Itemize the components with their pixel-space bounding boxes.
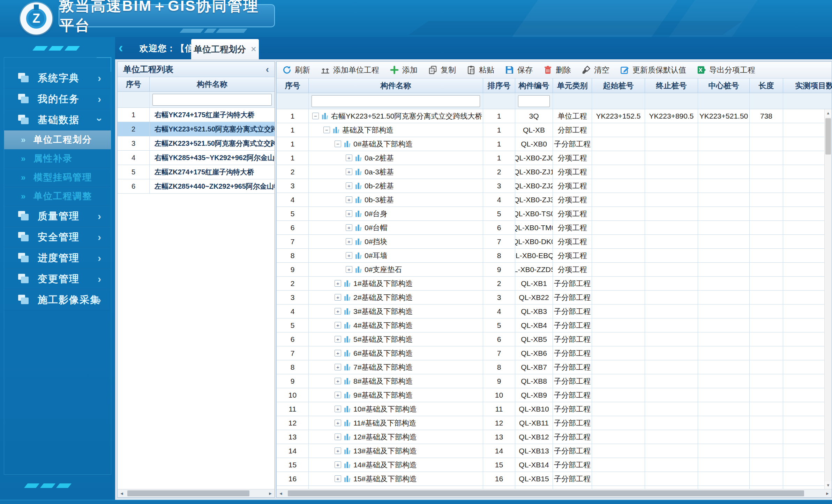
list-item[interactable]: 1右幅YK274+175红崖子沟特大桥 [118,108,275,122]
tree-collapse-icon[interactable]: − [312,113,319,119]
table-row[interactable]: 4+0b-3桩基4QL-XB0-ZJ3分项工程 [277,193,832,207]
table-row[interactable]: 1+0a-2桩基1QL-XB0-ZJ0分项工程 [277,151,832,165]
delete-button[interactable]: 删除 [543,65,571,75]
tree-expand-icon[interactable]: + [346,266,352,273]
tree-expand-icon[interactable]: + [335,308,341,315]
tab-close-icon[interactable]: × [251,44,256,55]
copy-button[interactable]: 复制 [428,65,456,75]
update-quality-default-button[interactable]: 更新质保默认值 [620,65,686,75]
scrollbar-thumb[interactable] [288,490,804,496]
list-item[interactable]: 2右幅YK223+521.50阿克塞分离式立交跨线大桥 [118,122,275,136]
table-row[interactable]: 17+16#基础及下部构造17QL-XB16子分部工程 [277,486,832,489]
tree-expand-icon[interactable]: + [335,434,341,440]
tree-expand-icon[interactable]: + [346,224,352,231]
table-row[interactable]: 3+0b-2桩基3QL-XB0-ZJ2分项工程 [277,179,832,193]
sidebar-item-unit-project-division[interactable]: » 单位工程划分 [4,130,111,149]
table-row[interactable]: 5+4#基础及下部构造5QL-XB4子分部工程 [277,318,832,332]
table-row[interactable]: 6+0#台帽6QL-XB0-TM0分项工程 [277,221,832,235]
tree-expand-icon[interactable]: + [346,196,352,203]
tree-expand-icon[interactable]: + [346,238,352,245]
scroll-right-icon[interactable]: ► [266,489,275,497]
table-row[interactable]: 7+6#基础及下部构造7QL-XB6子分部工程 [277,346,832,360]
tab-unit-project-division[interactable]: 单位工程划分 × [191,39,259,59]
tree-collapse-icon[interactable]: − [335,141,341,147]
tree-expand-icon[interactable]: + [346,155,352,161]
add-button[interactable]: 添加 [390,65,418,75]
tree-expand-icon[interactable]: + [346,182,352,189]
clear-button[interactable]: 清空 [582,65,609,75]
tree-expand-icon[interactable]: + [335,475,341,482]
list-item[interactable]: 5左幅ZK274+175红崖子沟特大桥 [118,165,275,179]
sidebar-item-model-code-management[interactable]: » 模型挂码管理 [4,168,111,187]
tree-expand-icon[interactable]: + [335,294,341,301]
table-row[interactable]: 8+7#基础及下部构造8QL-XB7子分部工程 [277,360,832,374]
sidebar-item-basic-data[interactable]: 基础数据 › [4,110,111,130]
table-row[interactable]: 10+9#基础及下部构造10QL-XB9子分部工程 [277,388,832,402]
tree-expand-icon[interactable]: + [335,378,341,384]
table-row[interactable]: 9+0#支座垫石9QL-XB0-ZZDS0分项工程 [277,263,832,277]
scroll-left-icon[interactable]: ◄ [277,489,285,497]
tree-collapse-icon[interactable]: − [323,127,330,133]
table-row[interactable]: 15+14#基础及下部构造15QL-XB14子分部工程 [277,458,832,472]
list-item[interactable]: 6左幅ZK285+440~ZK292+965阿尔金山特长隧道 [118,179,275,194]
scrollbar-thumb[interactable] [825,118,831,155]
tabs-back-icon[interactable]: ‹ [119,40,123,55]
tree-expand-icon[interactable]: + [346,210,352,217]
export-subitem-project-button[interactable]: 导出分项工程 [697,65,755,75]
component-bars-icon [344,461,351,469]
sidebar-item-change-management[interactable]: 变更管理 › [4,269,111,289]
sidebar-item-system-dictionary[interactable]: 系统字典 › [4,68,111,89]
tree-expand-icon[interactable]: + [335,461,341,468]
sidebar-item-quality-management[interactable]: 质量管理 › [4,206,111,227]
sidebar-item-safety-management[interactable]: 安全管理 › [4,227,111,248]
table-row[interactable]: 2+1#基础及下部构造2QL-XB1子分部工程 [277,277,832,291]
tree-expand-icon[interactable]: + [346,252,352,259]
table-row[interactable]: 4+3#基础及下部构造4QL-XB3子分部工程 [277,304,832,318]
scrollbar-thumb[interactable] [127,490,249,496]
table-row[interactable]: 11+10#基础及下部构造11QL-XB10子分部工程 [277,402,832,416]
table-row[interactable]: 14+13#基础及下部构造14QL-XB13子分部工程 [277,444,832,458]
tree-expand-icon[interactable]: + [335,420,341,426]
tree-expand-icon[interactable]: + [335,350,341,356]
table-row[interactable]: 1−右幅YK223+521.50阿克塞分离式立交跨线大桥13Q单位工程YK223… [277,109,832,123]
left-name-filter-input[interactable] [152,94,272,106]
table-row[interactable]: 1−基础及下部构造1QL-XB分部工程 [277,123,832,137]
tree-expand-icon[interactable]: + [335,364,341,370]
table-row[interactable]: 5+0#台身5QL-XB0-TS0分项工程 [277,207,832,221]
tree-expand-icon[interactable]: + [335,322,341,329]
sidebar-item-construction-image-collection[interactable]: 施工影像采集 › [4,289,111,310]
table-row[interactable]: 1−0#基础及下部构造1QL-XB0子分部工程 [277,137,832,151]
table-row[interactable]: 6+5#基础及下部构造6QL-XB5子分部工程 [277,332,832,346]
panel-collapse-icon[interactable]: ‹ [266,64,269,75]
sidebar-item-unit-project-adjustment[interactable]: » 单位工程调整 [4,187,111,206]
name-filter-input[interactable] [312,95,480,107]
code-filter-input[interactable] [518,95,550,107]
add-unit-project-button[interactable]: 添加单位工程 [321,65,379,75]
refresh-button[interactable]: 刷新 [282,65,310,75]
tree-expand-icon[interactable]: + [335,336,341,343]
paste-button[interactable]: 粘贴 [466,65,494,75]
table-row[interactable]: 2+0a-3桩基2QL-XB0-ZJ1分项工程 [277,165,832,179]
tree-expand-icon[interactable]: + [335,406,341,412]
table-row[interactable]: 13+12#基础及下部构造13QL-XB12子分部工程 [277,430,832,444]
tree-expand-icon[interactable]: + [335,392,341,398]
tree-expand-icon[interactable]: + [335,280,341,287]
table-row[interactable]: 12+11#基础及下部构造12QL-XB11子分部工程 [277,416,832,430]
list-item[interactable]: 4右幅YK285+435~YK292+962阿尔金山特长隧道 [118,151,275,165]
table-row[interactable]: 9+8#基础及下部构造9QL-XB8子分部工程 [277,374,832,388]
tree-expand-icon[interactable]: + [335,447,341,454]
scroll-down-icon[interactable]: ▼ [825,481,832,489]
scroll-up-icon[interactable]: ▲ [825,109,832,117]
table-row[interactable]: 8+0#耳墙8QL-XB0-EBQ0分项工程 [277,249,832,263]
save-button[interactable]: 保存 [505,65,533,75]
scroll-left-icon[interactable]: ◄ [118,489,126,497]
table-row[interactable]: 3+2#基础及下部构造3QL-XB22子分部工程 [277,291,832,304]
sidebar-item-progress-management[interactable]: 进度管理 › [4,248,111,269]
sidebar-item-my-tasks[interactable]: 我的任务 › [4,89,111,110]
tree-expand-icon[interactable]: + [346,168,352,175]
table-row[interactable]: 7+0#挡块7QL-XB0-DK0分项工程 [277,235,832,249]
scroll-right-icon[interactable]: ► [823,489,832,497]
table-row[interactable]: 16+15#基础及下部构造16QL-XB15子分部工程 [277,472,832,486]
list-item[interactable]: 3左幅ZK223+521.50阿克塞分离式立交跨线大桥 [118,136,275,151]
sidebar-item-attribute-supplement[interactable]: » 属性补录 [4,149,111,168]
